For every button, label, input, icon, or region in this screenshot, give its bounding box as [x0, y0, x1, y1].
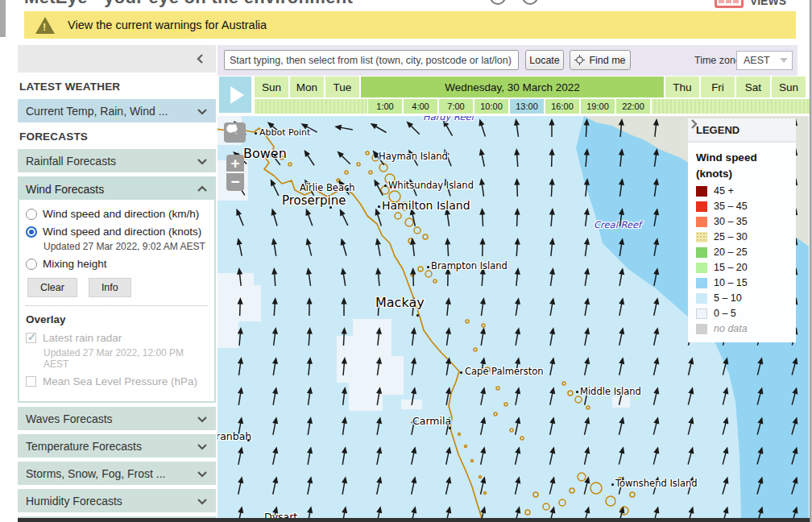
wind-arrow — [547, 357, 556, 376]
wind-arrow — [582, 416, 591, 435]
sidebar-item-wind-forecasts[interactable]: Wind Forecasts — [19, 178, 214, 200]
sidebar-item-storms-snow-fog-frost[interactable]: Storms, Snow, Fog, Frost ... — [18, 462, 216, 485]
location-toolbar: Locate Find me Time zone AEST — [218, 45, 798, 76]
wind-arrow — [513, 297, 522, 317]
day-cell-tue[interactable]: Tue — [325, 77, 359, 97]
wind-arrow — [651, 356, 661, 375]
time-cell-10-00[interactable]: 10:00 — [474, 99, 508, 114]
island-outline — [570, 488, 574, 493]
info-button[interactable]: Info — [89, 278, 131, 297]
latest-weather-heading: LATEST WEATHER — [19, 81, 214, 93]
overlay-heading: Overlay — [26, 313, 208, 325]
wind-arrow — [513, 118, 521, 138]
day-cell-fri[interactable]: Fri — [701, 77, 735, 97]
zoom-in-button[interactable]: + — [226, 155, 244, 172]
day-cell-thu[interactable]: Thu — [665, 77, 699, 97]
time-cell-7-00[interactable]: 7:00 — [439, 99, 473, 114]
map-home-button[interactable] — [224, 122, 246, 143]
place-dot — [346, 188, 349, 190]
wind-arrow — [549, 148, 555, 167]
wind-arrow — [479, 238, 486, 256]
wind-arrow — [720, 505, 731, 519]
wind-arrow — [271, 238, 280, 257]
sidebar-item-temperature-forecasts[interactable]: Temperature Forecasts — [18, 434, 216, 458]
island-outline — [568, 391, 573, 396]
day-cell-sat[interactable]: Sat — [736, 77, 770, 97]
chevron-down-icon — [197, 106, 208, 117]
app-title: MetEye - your eye on the environment — [24, 0, 353, 8]
time-strip[interactable] — [255, 99, 367, 114]
wind-arrow — [339, 506, 348, 519]
day-cell-sun[interactable]: Sun — [772, 77, 806, 97]
place-label-ranbah: ranbah — [218, 430, 251, 442]
chevron-down-icon — [197, 441, 208, 452]
header-circle-icon[interactable] — [490, 0, 506, 5]
checkbox-icon — [26, 376, 36, 387]
checkbox-latest-rain-radar[interactable]: Latest rain radar — [26, 332, 208, 344]
sidebar-item-humidity-forecasts[interactable]: Humidity Forecasts — [18, 489, 216, 512]
island-outline — [586, 406, 590, 409]
time-cell-22-00[interactable]: 22:00 — [616, 99, 650, 114]
checkbox-mean-sea-level-pressure-hpa[interactable]: Mean Sea Level Pressure (hPa) — [26, 375, 208, 387]
wind-arrow — [686, 445, 696, 465]
island-outline — [418, 267, 423, 271]
wind-arrow — [334, 123, 354, 132]
wind-arrow — [335, 149, 352, 166]
day-cell-wednesday-30-march-2022[interactable]: Wednesday, 30 March 2022 — [361, 77, 664, 97]
wind-arrow — [235, 446, 244, 466]
find-me-button[interactable]: Find me — [570, 50, 631, 70]
time-cell-16-00[interactable]: 16:00 — [545, 99, 579, 114]
dropdown-arrow-icon — [780, 58, 788, 63]
locate-button[interactable]: Locate — [525, 50, 564, 70]
radio-icon — [26, 226, 37, 238]
island-outline — [357, 163, 360, 166]
timezone-select[interactable]: AEST — [736, 51, 793, 70]
wind-arrow — [235, 506, 245, 519]
search-input[interactable] — [224, 50, 519, 70]
time-cell-19-00[interactable]: 19:00 — [581, 99, 615, 114]
wind-arrow — [236, 387, 245, 406]
legend-swatch — [696, 232, 707, 242]
sidebar-item-rainfall-forecasts[interactable]: Rainfall Forecasts — [18, 149, 216, 172]
legend-row-45: 45 + — [696, 185, 788, 197]
radio-wind-speed-and-direction-knots[interactable]: Wind speed and direction (knots) — [26, 226, 208, 238]
views-button[interactable]: VIEWS — [715, 0, 786, 8]
wind-arrow — [478, 446, 487, 466]
island-outline — [433, 280, 437, 283]
radio-wind-speed-and-direction-km-h[interactable]: Wind speed and direction (km/h) — [26, 208, 208, 220]
time-cell-4-00[interactable]: 4:00 — [404, 99, 437, 114]
time-cell-13-00[interactable]: 13:00 — [510, 99, 544, 114]
radio-mixing-height[interactable]: Mixing height — [26, 258, 208, 270]
radio-icon — [26, 259, 37, 270]
play-button[interactable] — [219, 77, 251, 113]
time-strip[interactable] — [652, 99, 811, 114]
wind-arrow — [271, 327, 279, 346]
wind-arrow — [443, 475, 453, 495]
legend-header[interactable]: LEGEND — [688, 118, 796, 143]
wind-arrow — [305, 357, 313, 376]
warning-banner[interactable]: ! View the current warnings for Australi… — [24, 11, 796, 39]
wind-arrow — [340, 416, 348, 436]
day-cell-sun[interactable]: Sun — [255, 77, 288, 97]
updated-timestamp: Updated 27 Mar 2022, 9:02 AM AEST — [44, 241, 208, 252]
sidebar-collapse-button[interactable] — [18, 45, 216, 72]
island-outline — [465, 445, 467, 448]
zoom-out-button[interactable]: − — [226, 173, 244, 191]
sidebar-item-current-temp-rain-wind[interactable]: Current Temp, Rain, Wind ... — [18, 99, 216, 122]
wind-arrow — [477, 118, 488, 137]
day-cell-mon[interactable]: Mon — [290, 77, 324, 97]
wind-arrow — [444, 357, 453, 376]
sidebar-item-waves-forecasts[interactable]: Waves Forecasts — [18, 407, 216, 430]
wind-arrow — [720, 445, 731, 465]
wind-arrow — [305, 387, 313, 406]
wind-arrow — [651, 445, 661, 465]
island-outline — [543, 503, 549, 510]
place-dot — [611, 483, 614, 486]
header-circle-icon[interactable] — [522, 0, 538, 5]
wind-arrow — [409, 327, 417, 346]
forecast-map[interactable]: Abbot PointBowenHayman IslandAirlie Beac… — [218, 116, 809, 519]
wind-arrow — [478, 178, 487, 197]
time-cell-1-00[interactable]: 1:00 — [368, 99, 402, 114]
wind-arrow — [616, 327, 626, 346]
clear-button[interactable]: Clear — [27, 278, 77, 297]
